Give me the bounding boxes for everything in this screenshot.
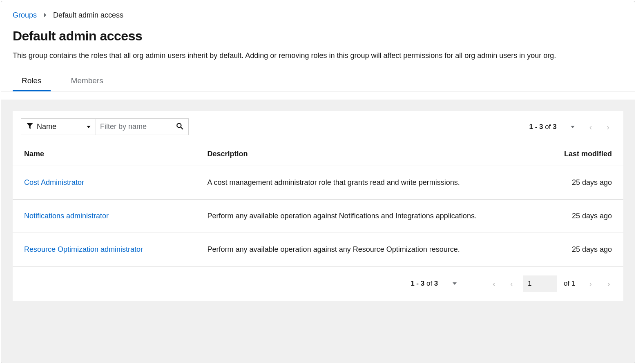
page-container: Groups Default admin access Default admi… bbox=[1, 1, 635, 363]
filter-field-dropdown[interactable]: Name bbox=[21, 118, 96, 135]
col-header-description: Description bbox=[196, 142, 502, 166]
role-modified: 25 days ago bbox=[501, 233, 623, 266]
top-pagination-range: 1 - 3 of 3 bbox=[529, 123, 557, 131]
role-description: A cost management administrator role tha… bbox=[196, 166, 502, 200]
search-icon[interactable] bbox=[176, 122, 183, 131]
page-title: Default admin access bbox=[1, 20, 635, 47]
bottom-range-value: 1 - 3 bbox=[411, 280, 424, 287]
caret-down-icon bbox=[453, 282, 457, 285]
breadcrumb-parent-link[interactable]: Groups bbox=[13, 11, 37, 20]
toolbar: Name 1 - 3 of 3 bbox=[13, 111, 623, 142]
table-header-row: Name Description Last modified bbox=[13, 142, 623, 166]
toolbar-left: Name bbox=[21, 118, 189, 135]
top-range-value: 1 - 3 bbox=[529, 123, 543, 131]
role-name-link[interactable]: Cost Administrator bbox=[24, 178, 84, 186]
role-modified: 25 days ago bbox=[501, 200, 623, 233]
page-number-input[interactable] bbox=[523, 275, 557, 292]
page-description: This group contains the roles that all o… bbox=[1, 47, 635, 62]
chevron-right-icon: › bbox=[607, 123, 609, 131]
top-range-total: 3 bbox=[553, 123, 556, 131]
pagination-next[interactable]: › bbox=[583, 276, 598, 291]
filter-input-wrapper bbox=[96, 118, 189, 135]
breadcrumb: Groups Default admin access bbox=[1, 1, 635, 20]
role-description: Perform any available operation against … bbox=[196, 233, 502, 266]
content-background: Name 1 - 3 of 3 bbox=[1, 100, 635, 363]
svg-point-0 bbox=[177, 123, 181, 127]
caret-down-icon bbox=[87, 126, 91, 128]
filter-input[interactable] bbox=[96, 119, 176, 134]
top-pagination-prev[interactable]: ‹ bbox=[584, 120, 598, 134]
table-row: Cost Administrator A cost management adm… bbox=[13, 166, 623, 200]
pagination-first[interactable]: ‹‹ bbox=[487, 276, 500, 291]
pagination-footer: 1 - 3 of 3 ‹‹ ‹ of 1 › ›› bbox=[13, 266, 623, 301]
col-header-modified: Last modified bbox=[501, 142, 623, 166]
of-pages-label: of 1 bbox=[564, 280, 575, 288]
col-header-name: Name bbox=[13, 142, 196, 166]
top-pagination-next[interactable]: › bbox=[601, 120, 615, 134]
role-name-link[interactable]: Notifications administrator bbox=[24, 212, 109, 220]
role-description: Perform any available operation against … bbox=[196, 200, 502, 233]
role-name-link[interactable]: Resource Optimization administrator bbox=[24, 245, 143, 253]
tab-roles[interactable]: Roles bbox=[13, 76, 51, 91]
roles-table: Name Description Last modified Cost Admi… bbox=[13, 142, 623, 266]
role-modified: 25 days ago bbox=[501, 166, 623, 200]
table-row: Resource Optimization administrator Perf… bbox=[13, 233, 623, 266]
chevron-left-icon: ‹ bbox=[589, 123, 592, 131]
pagination-last[interactable]: ›› bbox=[602, 276, 615, 291]
chevron-right-icon: › bbox=[589, 280, 592, 288]
bottom-pagination-perpage-toggle[interactable] bbox=[444, 279, 462, 288]
chevron-right-icon bbox=[42, 12, 47, 19]
top-pagination-perpage-toggle[interactable] bbox=[562, 122, 580, 131]
svg-line-1 bbox=[181, 127, 183, 129]
tab-members[interactable]: Members bbox=[62, 76, 112, 91]
bottom-range-total: 3 bbox=[434, 280, 438, 287]
content-panel: Name 1 - 3 of 3 bbox=[13, 111, 623, 301]
chevron-left-icon: ‹ bbox=[510, 280, 513, 288]
bottom-pagination-range: 1 - 3 of 3 bbox=[411, 280, 438, 288]
filter-icon bbox=[26, 122, 33, 131]
tabs: Roles Members bbox=[1, 62, 635, 91]
breadcrumb-current: Default admin access bbox=[53, 11, 123, 20]
toolbar-right: 1 - 3 of 3 ‹ › bbox=[529, 120, 615, 134]
caret-down-icon bbox=[571, 126, 575, 128]
pagination-prev[interactable]: ‹ bbox=[504, 276, 519, 291]
filter-field-label: Name bbox=[37, 122, 56, 131]
table-row: Notifications administrator Perform any … bbox=[13, 200, 623, 233]
